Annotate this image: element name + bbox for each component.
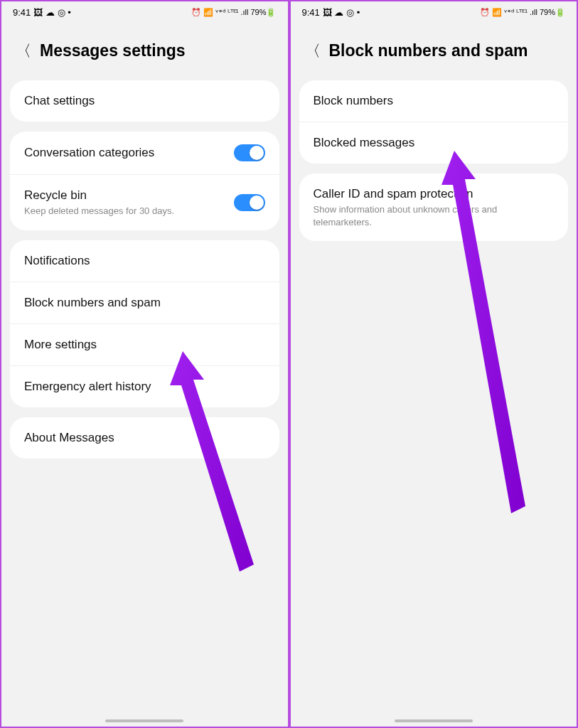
row-caller-id-spam-protection[interactable]: Caller ID and spam protection Show infor… <box>299 173 569 241</box>
settings-content: Chat settings Conversation categories Re… <box>1 80 288 727</box>
page-header: 〈 Messages settings <box>1 23 288 80</box>
label: Blocked messages <box>314 135 555 151</box>
sublabel: Show information about unknown callers a… <box>314 203 555 228</box>
back-icon[interactable]: 〈 <box>305 43 321 59</box>
status-time: 9:41 <box>302 7 320 18</box>
settings-content: Block numbers Blocked messages Caller ID… <box>291 80 577 727</box>
row-block-numbers[interactable]: Block numbers <box>299 80 569 122</box>
label: Recycle bin <box>24 188 234 203</box>
label: More settings <box>24 337 265 353</box>
row-about-messages[interactable]: About Messages <box>10 417 279 459</box>
status-bar: 9:41 🖼 ☁ ◎ • ⏰ 📶 ᵛᵒᵈ ᴸᵀᴱ¹ .ıll 79%🔋 <box>291 1 577 23</box>
nav-handle[interactable] <box>105 719 183 722</box>
status-icons-right: ⏰ 📶 ᵛᵒᵈ ᴸᵀᴱ¹ .ıll 79%🔋 <box>480 8 565 17</box>
nav-handle[interactable] <box>395 719 473 722</box>
label: Emergency alert history <box>24 379 265 395</box>
row-recycle-bin[interactable]: Recycle bin Keep deleted messages for 30… <box>10 174 279 230</box>
card-about: About Messages <box>10 417 279 459</box>
status-time: 9:41 <box>13 7 31 18</box>
page-header: 〈 Block numbers and spam <box>291 23 577 80</box>
label: Chat settings <box>24 93 265 109</box>
row-emergency-alert-history[interactable]: Emergency alert history <box>10 365 279 407</box>
label: Block numbers and spam <box>24 295 265 311</box>
row-chat-settings[interactable]: Chat settings <box>10 80 279 122</box>
toggle-recycle-bin[interactable] <box>234 194 265 211</box>
row-blocked-messages[interactable]: Blocked messages <box>299 122 569 164</box>
phone-screen-right: 9:41 🖼 ☁ ◎ • ⏰ 📶 ᵛᵒᵈ ᴸᵀᴱ¹ .ıll 79%🔋 〈 Bl… <box>289 0 579 728</box>
phone-screen-left: 9:41 🖼 ☁ ◎ • ⏰ 📶 ᵛᵒᵈ ᴸᵀᴱ¹ .ıll 79%🔋 〈 Me… <box>0 0 289 728</box>
card-notifications-group: Notifications Block numbers and spam Mor… <box>10 240 279 407</box>
label: Caller ID and spam protection <box>314 186 555 202</box>
card-conversation-recycle: Conversation categories Recycle bin Keep… <box>10 132 279 230</box>
status-bar: 9:41 🖼 ☁ ◎ • ⏰ 📶 ᵛᵒᵈ ᴸᵀᴱ¹ .ıll 79%🔋 <box>1 1 288 23</box>
row-notifications[interactable]: Notifications <box>10 240 279 282</box>
card-caller-id: Caller ID and spam protection Show infor… <box>299 173 569 241</box>
sublabel: Keep deleted messages for 30 days. <box>24 205 234 218</box>
status-icons-right: ⏰ 📶 ᵛᵒᵈ ᴸᵀᴱ¹ .ıll 79%🔋 <box>191 8 277 17</box>
card-chat-settings: Chat settings <box>10 80 279 122</box>
row-block-numbers-spam[interactable]: Block numbers and spam <box>10 282 279 323</box>
row-conversation-categories[interactable]: Conversation categories <box>10 132 279 174</box>
page-title: Messages settings <box>40 41 186 60</box>
page-title: Block numbers and spam <box>329 41 528 60</box>
row-more-settings[interactable]: More settings <box>10 323 279 365</box>
label: Notifications <box>24 253 265 269</box>
label: About Messages <box>24 430 265 446</box>
back-icon[interactable]: 〈 <box>16 43 31 59</box>
card-block: Block numbers Blocked messages <box>299 80 569 164</box>
status-icons-left: 🖼 ☁ ◎ • <box>323 7 360 18</box>
status-icons-left: 🖼 ☁ ◎ • <box>33 7 70 18</box>
label: Block numbers <box>314 93 555 109</box>
label: Conversation categories <box>24 145 234 161</box>
toggle-conversation-categories[interactable] <box>234 144 265 161</box>
